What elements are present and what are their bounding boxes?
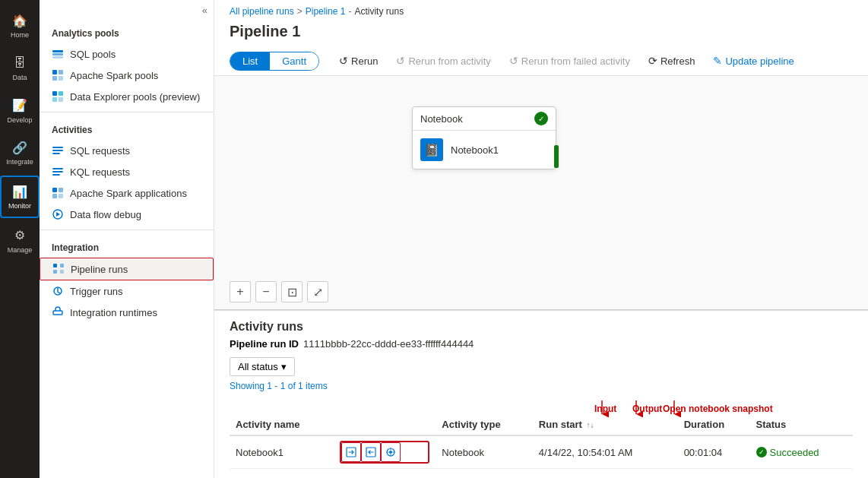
toolbar: List Gantt ↺ Rerun ↺ Rerun from activity… xyxy=(214,46,868,76)
nav-develop[interactable]: 📝 Develop xyxy=(0,91,40,131)
svg-rect-15 xyxy=(52,171,63,173)
activity-runs-panel: Activity runs Pipeline run ID 1111bbbb-2… xyxy=(214,311,868,478)
svg-rect-13 xyxy=(52,153,60,154)
rerun-button[interactable]: ↺ Rerun xyxy=(331,51,385,71)
svg-rect-4 xyxy=(59,70,63,74)
nav-integrate[interactable]: 🔗 Integrate xyxy=(0,133,40,173)
sidebar-item-data-explorer-pools[interactable]: Data Explorer pools (preview) xyxy=(40,86,214,107)
breadcrumb-part2[interactable]: Pipeline 1 xyxy=(306,6,346,17)
annotation-arrows xyxy=(579,400,746,417)
svg-rect-23 xyxy=(53,270,57,274)
svg-rect-7 xyxy=(52,91,57,96)
action-icons-group xyxy=(340,441,429,464)
output-icon-button[interactable] xyxy=(361,442,381,462)
rerun-activity-icon: ↺ xyxy=(396,55,405,67)
input-icon xyxy=(346,447,356,457)
sidebar-item-kql-requests[interactable]: KQL requests xyxy=(40,161,214,182)
svg-rect-10 xyxy=(59,97,63,102)
svg-rect-3 xyxy=(52,70,57,74)
pipeline-canvas: Notebook ✓ 📓 Notebook1 + − ⊡ ⤢ xyxy=(214,76,868,311)
svg-rect-9 xyxy=(52,97,57,102)
svg-rect-5 xyxy=(52,76,57,81)
sidebar-item-pipeline-runs[interactable]: Pipeline runs xyxy=(40,258,214,280)
integrate-icon: 🔗 xyxy=(11,139,28,156)
notebook-node[interactable]: Notebook ✓ 📓 Notebook1 xyxy=(412,106,556,169)
data-explorer-icon xyxy=(52,90,64,103)
tab-gantt[interactable]: Gantt xyxy=(270,52,318,70)
breadcrumb-sep2: - xyxy=(348,6,351,17)
svg-rect-19 xyxy=(52,194,57,198)
node-status-bar xyxy=(554,145,559,168)
col-status: Status xyxy=(750,414,853,435)
sidebar-section-analytics: Analytics pools xyxy=(40,21,214,43)
update-icon: ✎ xyxy=(713,55,722,67)
svg-rect-20 xyxy=(59,194,63,198)
input-icon-button[interactable] xyxy=(341,442,361,462)
trigger-runs-icon xyxy=(52,285,64,297)
col-duration: Duration xyxy=(678,414,750,435)
sidebar-item-data-flow-debug[interactable]: Data flow debug xyxy=(40,204,214,225)
sidebar-item-integration-runtimes[interactable]: Integration runtimes xyxy=(40,302,214,323)
notebook-node-body: 📓 Notebook1 xyxy=(413,131,556,169)
breadcrumb-part1[interactable]: All pipeline runs xyxy=(230,6,294,17)
notebook-snapshot-icon xyxy=(385,447,396,457)
sidebar-item-apache-spark-pools[interactable]: Apache Spark pools xyxy=(40,65,214,86)
sidebar-item-apache-spark-applications[interactable]: Apache Spark applications xyxy=(40,182,214,204)
canvas-zoom-in[interactable]: + xyxy=(230,281,251,302)
svg-rect-24 xyxy=(60,264,64,267)
svg-rect-1 xyxy=(52,53,63,55)
svg-rect-11 xyxy=(52,147,63,148)
nav-monitor[interactable]: 📊 Monitor xyxy=(0,176,40,218)
spark-applications-icon xyxy=(52,187,64,199)
svg-rect-27 xyxy=(53,311,62,315)
notebook-node-name: Notebook1 xyxy=(451,144,499,156)
col-run-start: Run start ↑↓ xyxy=(533,414,678,435)
pipeline-run-id-value: 1111bbbb-22cc-dddd-ee33-ffffff444444 xyxy=(303,338,474,350)
data-icon: 🗄 xyxy=(11,55,28,71)
notebook-type-icon: 📓 xyxy=(420,138,443,161)
cell-run-start: 4/14/22, 10:54:01 AM xyxy=(533,435,678,469)
svg-rect-18 xyxy=(59,188,63,192)
rerun-icon: ↺ xyxy=(339,55,348,67)
canvas-expand[interactable]: ⤢ xyxy=(307,281,328,302)
nav-manage[interactable]: ⚙ Manage xyxy=(0,221,40,261)
canvas-controls: + − ⊡ ⤢ xyxy=(230,281,328,302)
kql-requests-icon xyxy=(52,166,64,178)
update-pipeline-button[interactable]: ✎ Update pipeline xyxy=(705,51,801,71)
svg-rect-25 xyxy=(60,270,64,274)
sidebar-item-pipeline-runs-label: Pipeline runs xyxy=(71,264,128,275)
snapshot-icon-button[interactable] xyxy=(381,442,401,462)
nav-home[interactable]: 🏠 Home xyxy=(0,6,40,46)
activity-runs-table: Activity name Activity type Run start ↑↓… xyxy=(230,414,853,469)
sidebar-item-sql-pools[interactable]: SQL pools xyxy=(40,43,214,65)
sidebar-section-integration: Integration xyxy=(40,235,214,258)
canvas-bottom-line xyxy=(214,309,868,310)
svg-rect-2 xyxy=(52,56,63,59)
sidebar-collapse-button[interactable]: « xyxy=(40,0,214,21)
sort-icon: ↑↓ xyxy=(587,421,594,429)
pipeline-run-id-row: Pipeline run ID 1111bbbb-22cc-dddd-ee33-… xyxy=(230,338,853,350)
cell-duration: 00:01:04 xyxy=(678,435,750,469)
nav-data[interactable]: 🗄 Data xyxy=(0,49,40,88)
cell-actions xyxy=(334,435,436,469)
sidebar-item-trigger-runs[interactable]: Trigger runs xyxy=(40,280,214,302)
sidebar-item-sql-requests[interactable]: SQL requests xyxy=(40,140,214,161)
refresh-button[interactable]: ⟳ Refresh xyxy=(641,51,703,71)
canvas-fit[interactable]: ⊡ xyxy=(281,281,303,302)
breadcrumb-sep1: > xyxy=(297,6,303,17)
home-icon: 🏠 xyxy=(11,12,28,29)
showing-count-text: Showing 1 - 1 of 1 items xyxy=(230,381,853,391)
sql-pools-icon xyxy=(52,48,64,60)
tab-list[interactable]: List xyxy=(230,52,270,70)
node-success-indicator: ✓ xyxy=(534,112,548,125)
pipeline-run-id-label: Pipeline run ID xyxy=(230,338,299,350)
filter-chevron-icon: ▾ xyxy=(281,361,287,372)
canvas-zoom-out[interactable]: − xyxy=(255,281,277,302)
sidebar-section-activities: Activities xyxy=(40,117,214,140)
rerun-from-failed-button[interactable]: ↺ Rerun from failed activity xyxy=(502,51,638,71)
status-succeeded: ✓ Succeeded xyxy=(756,447,847,458)
pipeline-runs-icon xyxy=(52,263,65,275)
status-filter-button[interactable]: All status ▾ xyxy=(230,357,295,376)
sidebar-item-integration-runtimes-label: Integration runtimes xyxy=(70,307,157,318)
rerun-from-activity-button[interactable]: ↺ Rerun from activity xyxy=(388,51,498,71)
